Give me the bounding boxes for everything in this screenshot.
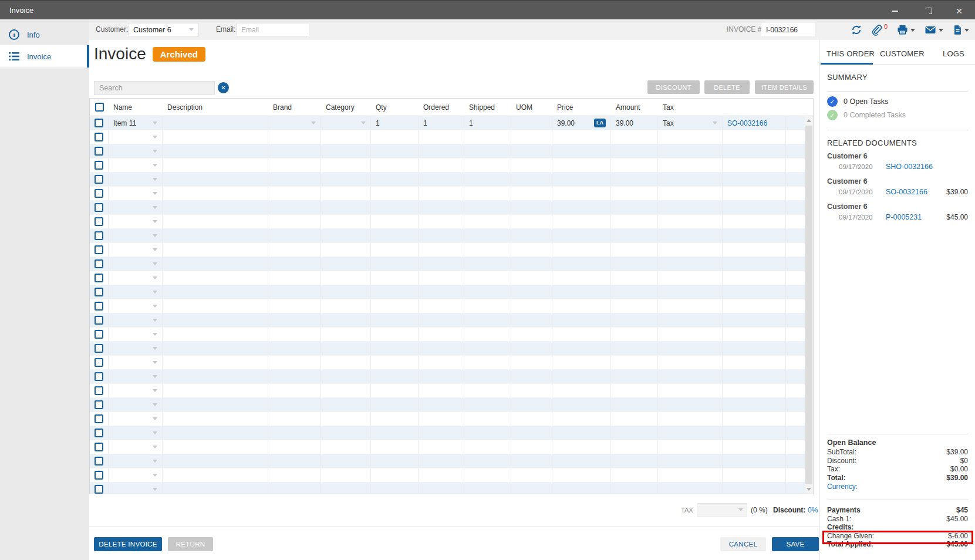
row-checkbox[interactable]	[90, 173, 109, 186]
item-name-dropdown[interactable]	[109, 342, 163, 355]
sidebar-item-info[interactable]: i Info	[0, 24, 89, 45]
customer-select[interactable]: Customer 6	[128, 23, 199, 36]
item-name-dropdown[interactable]	[109, 328, 163, 341]
item-name-dropdown[interactable]	[109, 299, 163, 313]
row-checkbox[interactable]	[90, 398, 109, 411]
search-input[interactable]	[94, 81, 215, 95]
item-name-dropdown[interactable]	[109, 173, 163, 186]
tab-this-order[interactable]: THIS ORDER	[826, 49, 875, 58]
row-checkbox[interactable]	[90, 313, 109, 327]
row-checkbox[interactable]	[90, 144, 109, 158]
item-name-dropdown[interactable]	[109, 398, 163, 411]
print-button[interactable]	[896, 24, 915, 36]
export-document-button[interactable]	[952, 24, 969, 36]
row-checkbox[interactable]	[90, 215, 109, 228]
email-send-button[interactable]	[924, 24, 943, 36]
row-checkbox[interactable]	[90, 412, 109, 426]
item-name-dropdown[interactable]	[109, 440, 163, 454]
item-name-dropdown[interactable]	[109, 412, 163, 426]
row-checkbox[interactable]	[90, 285, 109, 299]
row-checkbox[interactable]	[90, 257, 109, 271]
row-checkbox[interactable]	[90, 426, 109, 440]
item-name-dropdown[interactable]	[109, 215, 163, 228]
item-name-dropdown[interactable]	[109, 187, 163, 200]
item-name-dropdown[interactable]	[109, 158, 163, 172]
row-checkbox[interactable]	[90, 342, 109, 355]
brand-dropdown[interactable]	[268, 116, 321, 130]
item-name-dropdown[interactable]	[109, 257, 163, 271]
sales-order-link[interactable]: SO-0032166	[727, 119, 767, 127]
row-checkbox[interactable]	[90, 468, 109, 482]
item-name-dropdown[interactable]	[109, 285, 163, 299]
item-name-dropdown[interactable]	[109, 313, 163, 327]
row-checkbox[interactable]	[90, 370, 109, 383]
save-button[interactable]: SAVE	[772, 537, 819, 551]
row-checkbox[interactable]	[90, 483, 109, 494]
item-name-dropdown[interactable]: Item 11	[109, 116, 163, 130]
email-field[interactable]	[237, 23, 309, 36]
sidebar-item-invoice[interactable]: Invoice	[0, 45, 89, 68]
item-name-dropdown[interactable]	[109, 201, 163, 214]
clear-search-button[interactable]: ✕	[218, 82, 229, 93]
row-checkbox[interactable]	[90, 328, 109, 341]
scroll-up-icon[interactable]	[807, 119, 811, 122]
row-checkbox[interactable]	[90, 243, 109, 257]
cell-ordered: 1	[419, 116, 464, 130]
tab-logs[interactable]: LOGS	[943, 49, 964, 58]
discount-button[interactable]: DISCOUNT	[647, 80, 700, 94]
return-button[interactable]: RETURN	[168, 537, 213, 551]
item-name-dropdown[interactable]	[109, 243, 163, 257]
tax-select[interactable]	[697, 503, 747, 517]
refresh-button[interactable]	[851, 24, 862, 36]
row-checkbox[interactable]	[90, 384, 109, 397]
item-name-dropdown[interactable]	[109, 130, 163, 144]
empty-item-row	[90, 483, 805, 494]
item-name-dropdown[interactable]	[109, 370, 163, 383]
scroll-down-icon[interactable]	[807, 488, 811, 491]
related-doc-link[interactable]: SO-0032166	[886, 186, 927, 198]
table-scrollbar[interactable]	[805, 116, 813, 494]
item-name-dropdown[interactable]	[109, 356, 163, 369]
invoice-number-field[interactable]	[761, 23, 815, 36]
item-name-dropdown[interactable]	[109, 229, 163, 242]
item-name-dropdown[interactable]	[109, 384, 163, 397]
row-checkbox[interactable]	[90, 440, 109, 454]
cell-description[interactable]	[163, 116, 268, 130]
cell-qty[interactable]: 1	[371, 116, 419, 130]
close-button[interactable]: ✕	[946, 1, 973, 21]
row-checkbox[interactable]	[90, 271, 109, 285]
row-checkbox[interactable]	[90, 454, 109, 468]
item-name-dropdown[interactable]	[109, 454, 163, 468]
cancel-button[interactable]: CANCEL	[720, 537, 766, 551]
item-name-dropdown[interactable]	[109, 468, 163, 482]
row-checkbox[interactable]	[90, 356, 109, 369]
row-checkbox[interactable]	[90, 187, 109, 200]
row-checkbox[interactable]	[90, 158, 109, 172]
delete-button[interactable]: DELETE	[704, 80, 750, 94]
row-checkbox[interactable]	[90, 299, 109, 313]
row-checkbox[interactable]	[90, 229, 109, 242]
row-checkbox[interactable]	[90, 201, 109, 214]
delete-invoice-button[interactable]: DELETE INVOICE	[94, 537, 162, 551]
minimize-button[interactable]	[881, 1, 908, 21]
item-name-dropdown[interactable]	[109, 483, 163, 494]
discount-value-link[interactable]: 0%	[808, 506, 818, 514]
related-doc-link[interactable]: P-0005231	[886, 211, 922, 223]
restore-button[interactable]	[914, 1, 941, 21]
category-dropdown[interactable]	[321, 116, 371, 130]
tax-dropdown[interactable]: Tax	[658, 116, 723, 130]
cell-price[interactable]: 39.00 LA	[552, 116, 611, 130]
select-all-checkbox[interactable]	[90, 103, 109, 112]
item-name-dropdown[interactable]	[109, 144, 163, 158]
attachments-button[interactable]: 0	[871, 24, 888, 36]
item-details-button[interactable]: ITEM DETAILS	[755, 80, 814, 94]
item-name-dropdown[interactable]	[109, 271, 163, 285]
scrollbar-thumb[interactable]	[805, 126, 812, 484]
tab-customer[interactable]: CUSTOMER	[880, 49, 925, 58]
related-doc-link[interactable]: SHO-0032166	[886, 161, 933, 173]
row-checkbox[interactable]	[90, 130, 109, 144]
item-name-dropdown[interactable]	[109, 426, 163, 440]
row-checkbox[interactable]	[90, 116, 109, 130]
cell-brand	[268, 173, 321, 186]
currency-link[interactable]: Currency:	[827, 482, 858, 492]
